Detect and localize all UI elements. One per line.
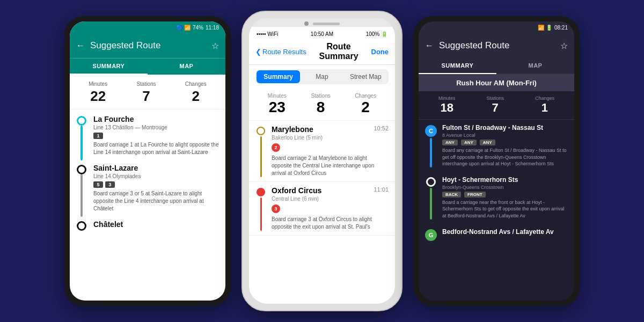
ios-stat-stations: Stations 8 bbox=[311, 93, 330, 116]
ios-line-name-marylebone: Bakerloo Line (5 min) bbox=[272, 135, 389, 141]
stop-name-saint-lazare: Saint-Lazare bbox=[93, 164, 221, 172]
line-seg-2 bbox=[80, 174, 83, 217]
badge-any-1: ANY bbox=[442, 140, 458, 145]
tab-map-left[interactable]: MAP bbox=[148, 58, 225, 75]
badge-any-2: ANY bbox=[461, 140, 477, 145]
stop-dot-chatelet bbox=[77, 221, 86, 231]
ios-dot-oxford bbox=[257, 188, 265, 196]
stop-name-chatelet: Châtelet bbox=[93, 220, 221, 229]
phone-left: 🔵 📶 74% 11:18 ← Suggested Route ☆ SUMMAR… bbox=[64, 16, 231, 306]
ios-line-name-oxford: Central Line (6 min) bbox=[272, 196, 389, 202]
dark-line-name-hoyt: Brooklyn-Queens Crosstown bbox=[442, 185, 569, 190]
line-seg-1 bbox=[80, 126, 83, 160]
dark-content: Rush Hour AM (Mon-Fri) Minutes 18 Statio… bbox=[419, 75, 574, 301]
dark-instruction-hoyt: Board a carriage near the front or back … bbox=[442, 199, 569, 219]
ios-dot-marylebone bbox=[257, 127, 265, 135]
stats-row-left: Minutes 22 Stations 7 Changes 2 bbox=[70, 75, 225, 109]
ios-stop-oxford-circus: 11:01 Oxford Circus Central Line (6 min)… bbox=[249, 182, 395, 236]
phones-container: 🔵 📶 74% 11:18 ← Suggested Route ☆ SUMMAR… bbox=[0, 0, 644, 322]
dark-stop-name-hoyt: Hoyt - Schermerhorn Sts bbox=[442, 176, 569, 184]
ios-route-list: 10:52 Marylebone Bakerloo Line (5 min) 2… bbox=[249, 121, 395, 304]
stop-dot-saint-lazare bbox=[77, 165, 86, 174]
speaker bbox=[313, 23, 340, 25]
instruction-la-fourche: Board carriage 1 at La Fourche to alight… bbox=[93, 141, 221, 156]
ios-badge-marylebone: 2 bbox=[272, 143, 280, 152]
dark-stop-name-bedford: Bedford-Nostrand Avs / Lafayette Av bbox=[442, 228, 569, 236]
phone-right-screen: 📶 🔋 08:21 ← Suggested Route ☆ SUMMARY MA… bbox=[419, 21, 574, 301]
time-left: 11:18 bbox=[206, 25, 219, 31]
app-title-right: Suggested Route bbox=[439, 40, 555, 51]
ios-signal: ••••• WiFi bbox=[257, 31, 278, 37]
stat-stations-left: Stations 7 bbox=[136, 81, 156, 105]
dark-line-name-fulton: 8 Avenue Local bbox=[442, 133, 569, 138]
ios-back-button[interactable]: ❮ Route Results bbox=[255, 48, 306, 56]
back-chevron: ❮ bbox=[255, 48, 261, 56]
star-button-right[interactable]: ☆ bbox=[560, 41, 568, 51]
ios-time-marylebone: 10:52 bbox=[374, 125, 389, 131]
ios-nav-title: Route Summary bbox=[306, 42, 371, 61]
dark-stats: Minutes 18 Stations 7 Changes 1 bbox=[419, 91, 574, 120]
dark-stat-stations: Stations 7 bbox=[486, 96, 504, 115]
line-name-saint-lazare: Line 14 Olympiades bbox=[93, 173, 221, 179]
app-bar-right: ← Suggested Route ☆ bbox=[419, 33, 574, 58]
tab-summary-left[interactable]: SUMMARY bbox=[70, 58, 148, 75]
stop-name-la-fourche: La Fourche bbox=[93, 115, 221, 123]
instruction-saint-lazare: Board carriage 3 or 5 at Saint-Lazare to… bbox=[93, 190, 221, 213]
circle-g: G bbox=[425, 229, 437, 241]
dark-line-seg-1 bbox=[430, 138, 432, 167]
ios-name-oxford: Oxford Circus bbox=[272, 186, 389, 195]
line-name-la-fourche: Line 13 Châtillon — Montrouge bbox=[93, 125, 221, 130]
back-button-right[interactable]: ← bbox=[425, 41, 434, 50]
status-icons-right: 📶 🔋 bbox=[538, 25, 552, 31]
ios-nav-bar: ❮ Route Results Route Summary Done bbox=[249, 39, 395, 65]
time-right: 08:21 bbox=[554, 25, 568, 31]
dark-stop-fulton: C Fulton St / Broadway - Nassau St 8 Ave… bbox=[419, 120, 574, 172]
dark-stat-minutes: Minutes 18 bbox=[438, 96, 456, 115]
ios-stop-marylebone: 10:52 Marylebone Bakerloo Line (5 min) 2… bbox=[249, 121, 395, 182]
ios-instruction-oxford: Board carriage 3 at Oxford Circus to ali… bbox=[272, 216, 389, 231]
circle-c: C bbox=[425, 125, 437, 137]
dark-dot-hoyt bbox=[426, 177, 436, 187]
dark-stop-hoyt: Hoyt - Schermerhorn Sts Brooklyn-Queens … bbox=[419, 172, 574, 224]
route-list-left: La Fourche Line 13 Châtillon — Montrouge… bbox=[70, 109, 225, 301]
ios-stat-minutes: Minutes 23 bbox=[268, 93, 287, 116]
ios-line-oxford bbox=[260, 197, 262, 231]
badge-front: FRONT bbox=[464, 192, 486, 197]
rush-hour-banner: Rush Hour AM (Mon-Fri) bbox=[419, 75, 574, 91]
badge-3-saint-lazare: 3 bbox=[105, 181, 115, 188]
ios-instruction-marylebone: Board carriage 2 at Marylebone to alight… bbox=[272, 155, 389, 177]
app-bar-left: ← Suggested Route ☆ bbox=[70, 33, 225, 58]
camera-dot bbox=[304, 21, 309, 26]
ios-tab-summary[interactable]: Summary bbox=[257, 70, 300, 83]
dark-stop-name-fulton: Fulton St / Broadway - Nassau St bbox=[442, 124, 569, 131]
status-bar-center: ••••• WiFi 10:50 AM 100% 🔋 bbox=[249, 27, 395, 39]
battery-left: 74% bbox=[193, 25, 203, 31]
phone-center-screen: ••••• WiFi 10:50 AM 100% 🔋 ❮ Route Resul… bbox=[249, 18, 395, 304]
star-button-left[interactable]: ☆ bbox=[211, 41, 219, 51]
ios-tab-street-map[interactable]: Street Map bbox=[344, 70, 387, 83]
ios-time: 10:50 AM bbox=[311, 31, 333, 37]
tab-summary-right[interactable]: SUMMARY bbox=[419, 58, 496, 74]
iphone-top-bar bbox=[249, 18, 395, 27]
back-label: Route Results bbox=[262, 48, 306, 56]
tab-map-right[interactable]: MAP bbox=[496, 58, 574, 74]
ios-time-oxford: 11:01 bbox=[374, 186, 389, 193]
back-button-left[interactable]: ← bbox=[76, 41, 85, 50]
ios-stat-changes: Changes 2 bbox=[355, 93, 376, 116]
ios-name-marylebone: Marylebone bbox=[272, 125, 389, 134]
badge-back: BACK bbox=[442, 192, 461, 197]
dark-stop-bedford: G Bedford-Nostrand Avs / Lafayette Av bbox=[419, 224, 574, 245]
ios-tab-map[interactable]: Map bbox=[300, 70, 343, 83]
tab-bar-left: SUMMARY MAP bbox=[70, 58, 225, 75]
status-icons-left: 🔵 📶 bbox=[176, 25, 191, 31]
ios-stats: Minutes 23 Stations 8 Changes 2 bbox=[249, 89, 395, 121]
ios-tabs: Summary Map Street Map bbox=[255, 69, 389, 84]
stop-la-fourche: La Fourche Line 13 Châtillon — Montrouge… bbox=[74, 115, 221, 160]
badge-any-3: ANY bbox=[480, 140, 495, 145]
stat-minutes-left: Minutes 22 bbox=[89, 81, 107, 105]
dark-stat-changes: Changes 1 bbox=[535, 96, 554, 115]
badge-1-la-fourche: 1 bbox=[93, 133, 103, 139]
phone-right: 📶 🔋 08:21 ← Suggested Route ☆ SUMMARY MA… bbox=[413, 16, 580, 306]
status-bar-right: 📶 🔋 08:21 bbox=[419, 21, 574, 33]
ios-done-button[interactable]: Done bbox=[371, 48, 389, 56]
